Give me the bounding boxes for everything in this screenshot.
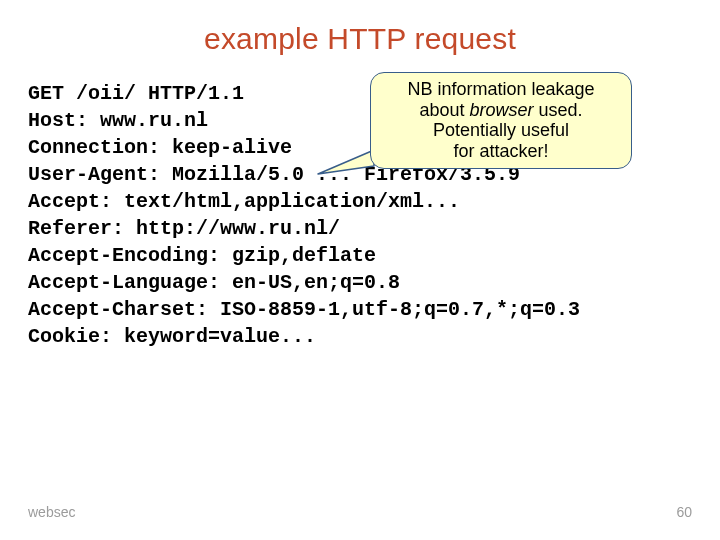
callout-line4: for attacker!: [381, 141, 621, 162]
footer-label: websec: [28, 504, 75, 520]
slide: example HTTP request GET /oii/ HTTP/1.1 …: [0, 0, 720, 540]
callout-line3: Potentially useful: [381, 120, 621, 141]
callout-line1: NB information leakage: [381, 79, 621, 100]
slide-number: 60: [676, 504, 692, 520]
callout-line2: about browser used.: [381, 100, 621, 121]
callout-bubble: NB information leakage about browser use…: [370, 72, 632, 169]
slide-title: example HTTP request: [0, 22, 720, 56]
